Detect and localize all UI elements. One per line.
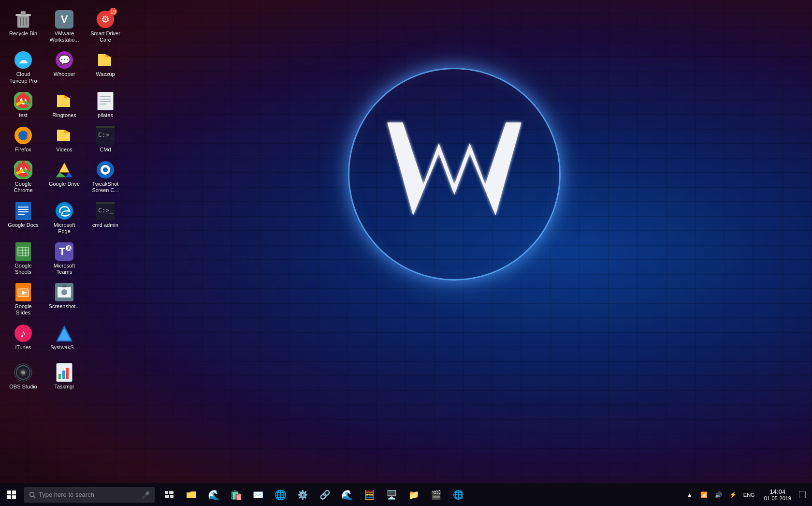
desktop-icon-google-docs[interactable]: Google Docs [5,199,42,237]
system-tray: ▲ 📶 🔊 ⚡ ENG 14:04 01-05-2019 [682,483,812,506]
svg-marker-44 [56,172,66,177]
desktop-icon-vmware[interactable]: VVMware Workstatio... [46,7,83,45]
link-taskbar[interactable]: 🔗 [314,483,336,506]
svg-rect-50 [18,207,29,208]
desktop-icon-cmd-admin[interactable]: C:>_cmd admin [87,199,124,237]
tray-divider [759,488,759,502]
desktop-icon-whooper[interactable]: 💬Whooper [46,48,83,86]
svg-rect-96 [170,495,174,498]
desktop-icon-smart-driver[interactable]: ⚙19Smart Driver Care [87,7,124,45]
desktop-icon-cmd[interactable]: C:>_CMd [87,123,124,155]
svg-text:💬: 💬 [58,54,71,66]
test-icon-image [14,91,33,111]
svg-marker-45 [66,172,72,177]
microsoft-edge-label: Microsoft Edge [48,222,80,235]
desktop-icon-google-drive[interactable]: Google Drive [46,158,83,196]
desktop-icon-tweakshot[interactable]: TweakShot Screen C... [87,158,124,196]
google-drive-icon-image [55,160,74,179]
desktop-icon-microsoft-edge[interactable]: Microsoft Edge [46,199,83,237]
ringtones-icon-image [55,91,74,111]
edge-taskbar[interactable]: 🌊 [203,483,225,506]
desktop-icon-cloud-tuneup[interactable]: ☁Cloud Tuneup Pro [5,48,42,86]
cmd-admin-label: cmd admin [92,222,118,228]
whooper-label: Whooper [54,71,75,77]
desktop-icon-recycle-bin[interactable]: Recycle Bin [5,7,42,45]
remote-taskbar[interactable]: 🖥️ [380,483,403,506]
svg-rect-87 [7,491,11,494]
volume-tray-icon[interactable]: 🔊 [711,483,726,506]
taskbar: 🎤 🌊 🛍️ ✉️ [0,483,812,506]
desktop-icon-test[interactable]: test [5,89,42,121]
microsoft-teams-icon-image: TA [55,242,74,261]
svg-rect-90 [12,495,16,499]
desktop-icon-wazzup[interactable]: Wazzup [87,48,124,86]
svg-marker-78 [58,328,71,341]
explorer2-taskbar[interactable]: 📁 [403,483,425,506]
desktop-icon-ringtones[interactable]: Ringtones [46,89,83,121]
recycle-bin-icon-image [14,10,33,29]
taskbar-search[interactable]: 🎤 [24,487,155,503]
svg-point-91 [30,492,34,496]
desktop-icon-google-slides[interactable]: Google Slides [5,280,42,318]
desktop-icon-itunes[interactable]: ♪iTunes [5,321,42,358]
microsoft-edge-icon-image [55,201,74,221]
search-input[interactable] [39,491,142,498]
svg-rect-97 [799,491,806,498]
desktop-icon-systweak[interactable]: SystwakS... [46,321,83,358]
google-slides-icon-image [14,283,33,302]
media-taskbar[interactable]: 🎬 [425,483,447,506]
svg-rect-51 [18,209,29,210]
svg-marker-32 [64,130,70,133]
microsoft-teams-label: Microsoft Teams [48,263,80,275]
desktop-icon-firefox[interactable]: Firefox [5,123,42,155]
google-chrome-icon-image [14,160,33,179]
svg-text:⚙: ⚙ [101,14,110,25]
svg-rect-56 [96,202,115,204]
screenshots-icon-image [55,283,74,302]
start-button[interactable] [0,483,23,506]
edge2-taskbar[interactable]: 🌊 [336,483,358,506]
svg-rect-53 [18,214,25,215]
store-taskbar[interactable]: 🛍️ [225,483,247,506]
recycle-bin-label: Recycle Bin [9,30,37,37]
notification-center-button[interactable] [795,483,810,506]
videos-label: Videos [56,147,72,153]
task-view-button[interactable] [158,483,180,506]
google-drive-label: Google Drive [49,181,80,187]
chrome-taskbar[interactable]: 🌐 [269,483,291,506]
svg-marker-31 [57,130,70,141]
settings-taskbar[interactable]: ⚙️ [291,483,314,506]
mail-taskbar[interactable]: ✉️ [247,483,269,506]
calculator-taskbar[interactable]: 🧮 [358,483,380,506]
notification-badge: 19 [109,8,117,15]
desktop-icon-screenshots[interactable]: Screenshot... [46,280,83,318]
desktop-icon-taskmgr[interactable]: Taskmgr [46,360,83,397]
globe-taskbar[interactable]: 🌐 [447,483,469,506]
network-tray-icon[interactable]: 📶 [697,483,711,506]
svg-rect-86 [66,368,69,379]
desktop-icon-pilates[interactable]: pilates [87,89,124,121]
obs-label: OBS Studio [9,384,37,390]
systweak-label: SystwakS... [50,344,78,351]
desktop-icon-google-chrome[interactable]: Google Chrome [5,158,42,196]
whooper-icon-image: 💬 [55,50,74,70]
svg-rect-24 [98,92,113,110]
google-sheets-label: Google Sheets [7,263,39,275]
system-clock[interactable]: 14:04 01-05-2019 [760,483,795,506]
language-indicator[interactable]: ENG [740,483,758,506]
svg-rect-88 [12,491,16,494]
svg-marker-22 [57,95,70,107]
tweakshot-label: TweakShot Screen C... [89,181,121,193]
file-explorer-taskbar[interactable] [180,483,203,506]
wazzup-label: Wazzup [96,71,115,77]
svg-text:♪: ♪ [20,327,26,340]
tray-overflow-button[interactable]: ▲ [682,483,697,506]
desktop-icon-videos[interactable]: Videos [46,123,83,155]
vmware-label: VMware Workstatio... [48,30,80,43]
svg-text:A: A [67,245,71,251]
desktop-icon-obs[interactable]: OBS Studio [5,360,42,397]
power-tray-icon[interactable]: ⚡ [726,483,740,506]
desktop-icon-microsoft-teams[interactable]: TAMicrosoft Teams [46,239,83,278]
svg-marker-14 [98,54,111,66]
desktop-icon-google-sheets[interactable]: Google Sheets [5,239,42,278]
